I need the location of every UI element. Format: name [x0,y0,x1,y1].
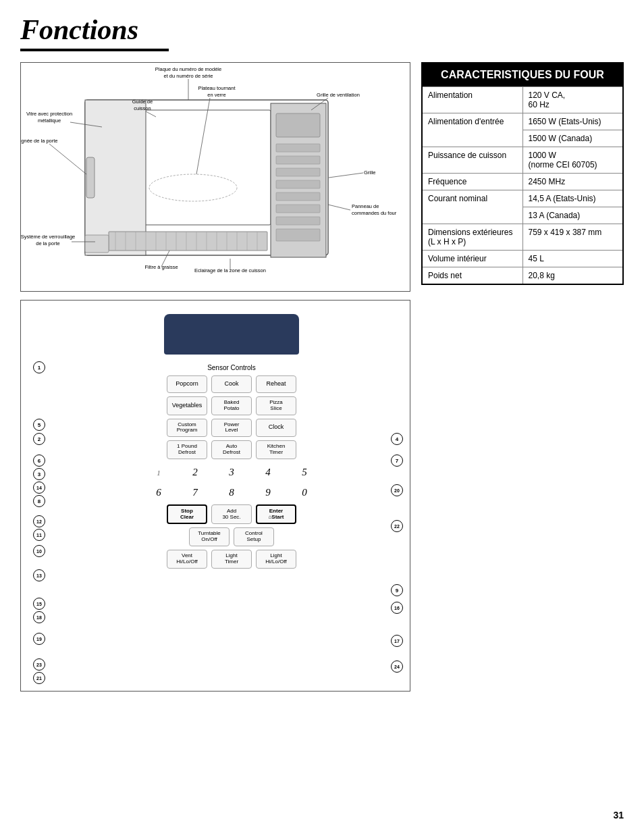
microwave-diagram: Plaque du numéro de modèle et du numéro … [21,63,399,279]
circle-10: 10 [33,545,45,557]
spec-value: 13 A (Canada) [522,207,623,224]
specs-section: CARACTERISTIQUES DU FOUR Alimentation 12… [421,62,624,692]
svg-text:et du numéro de série: et du numéro de série [164,73,213,79]
circle-23: 23 [33,658,45,671]
control-setup-button[interactable]: ControlSetup [234,527,274,546]
vegetables-button[interactable]: Vegetables [167,396,207,415]
stop-clear-button[interactable]: StopClear [167,504,207,525]
num-row-2: 6 7 8 9 0 [140,483,323,503]
light-hilooff-button[interactable]: LightHi/Lo/Off [256,550,296,569]
spec-label: Courant nominal [422,190,522,224]
spec-value: 2450 MHz [522,174,623,190]
custom-program-button[interactable]: CustomProgram [167,419,207,438]
spec-label: Puissance de cuisson [422,147,522,174]
light-timer-button[interactable]: LightTimer [211,550,252,569]
spec-value: 1000 W(norme CEI 60705) [522,147,623,174]
enter-start-button[interactable]: Enter⌂Start [256,504,296,525]
svg-text:Filtre à graisse: Filtre à graisse [144,264,178,270]
key-4[interactable]: 4 [250,463,286,483]
spec-label: Fréquence [422,174,522,190]
btn-row-4: 1 PoundDefrost AutoDefrost KitchenTimer [61,440,402,459]
title-underline [20,49,169,51]
svg-line-48 [196,98,210,174]
number-pad: 1 2 3 4 5 6 7 8 9 0 [61,463,402,503]
svg-text:Grille de ventilation: Grille de ventilation [317,92,360,98]
clock-button[interactable]: Clock [256,419,296,438]
svg-rect-17 [276,168,320,176]
circle-16: 16 [391,602,403,614]
spec-label: Poids net [422,267,522,285]
spec-label: Dimensions extérieures (L x H x P) [422,224,522,251]
key-3[interactable]: 3 [213,463,250,483]
key-0[interactable]: 0 [286,483,323,503]
spec-value: 759 x 419 x 387 mm [522,224,623,251]
specs-header: CARACTERISTIQUES DU FOUR [422,63,623,87]
btn-row-vent: VentHi/Lo/Off LightTimer LightHi/Lo/Off [61,550,402,569]
svg-rect-21 [276,217,320,225]
svg-text:Système de verrouillage: Système de verrouillage [21,234,75,240]
key-1[interactable]: 1 [140,463,177,483]
one-pound-defrost-button[interactable]: 1 PoundDefrost [167,440,207,459]
svg-rect-18 [276,180,320,188]
cook-button[interactable]: Cook [211,375,252,393]
vent-hilooff-button[interactable]: VentHi/Lo/Off [167,550,207,569]
table-row: Puissance de cuisson 1000 W(norme CEI 60… [422,147,623,174]
circle-3: 3 [33,468,45,480]
key-6[interactable]: 6 [140,483,177,503]
circle-9: 9 [391,584,403,596]
svg-rect-39 [85,235,109,253]
key-8[interactable]: 8 [213,483,250,503]
svg-text:Guide de: Guide de [132,99,153,105]
svg-text:Plaque du numéro de modèle: Plaque du numéro de modèle [155,66,221,72]
svg-rect-20 [276,205,320,213]
btn-row-1: Popcorn Cook Reheat [61,375,402,393]
control-panel-box: 1 5 2 6 3 14 8 12 11 10 13 15 18 [20,300,410,692]
popcorn-button[interactable]: Popcorn [167,375,207,393]
svg-text:Plateau tournant: Plateau tournant [198,85,236,91]
svg-text:de la porte: de la porte [36,240,59,246]
key-5[interactable]: 5 [286,463,323,483]
svg-rect-19 [276,192,320,201]
svg-text:Poignée de la porte: Poignée de la porte [21,138,58,144]
table-row: Poids net 20,8 kg [422,267,623,285]
key-9[interactable]: 9 [250,483,286,503]
svg-line-55 [146,111,156,117]
circle-1: 1 [33,361,45,373]
circle-12: 12 [33,515,45,527]
reheat-button[interactable]: Reheat [256,375,296,393]
spec-label: Alimentation [422,87,522,113]
table-row: Dimensions extérieures (L x H x P) 759 x… [422,224,623,251]
pizza-slice-button[interactable]: PizzaSlice [256,396,296,415]
btn-row-3: CustomProgram PowerLevel Clock [61,419,402,438]
kitchen-timer-button[interactable]: KitchenTimer [256,440,296,459]
circle-14: 14 [33,481,45,494]
spec-value: 45 L [522,251,623,267]
svg-rect-23 [109,232,267,251]
svg-text:Vitre avec protection: Vitre avec protection [26,111,72,117]
table-row: Alimentation d'entrée 1650 W (Etats-Unis… [422,113,623,130]
key-7[interactable]: 7 [177,483,213,503]
control-panel-inner: Sensor Controls Popcorn Cook Reheat Vege… [61,314,402,569]
spec-value: 14,5 A (Etats-Unis) [522,190,623,207]
spec-value: 120 V CA,60 Hz [522,87,623,113]
svg-point-12 [149,174,237,201]
spec-label: Alimentation d'entrée [422,113,522,147]
btn-row-bottom: StopClear Add30 Sec. Enter⌂Start [61,504,402,525]
svg-text:Grille: Grille [364,170,376,176]
circle-11: 11 [33,529,45,541]
svg-line-60 [328,205,350,210]
circle-8: 8 [33,495,45,507]
baked-potato-button[interactable]: BakedPotato [211,396,252,415]
turntable-onoff-button[interactable]: TurntableOn/Off [189,527,230,546]
key-2[interactable]: 2 [177,463,213,483]
auto-defrost-button[interactable]: AutoDefrost [211,440,252,459]
svg-text:cuisson: cuisson [134,105,151,111]
svg-text:commandes du four: commandes du four [352,210,397,216]
circle-21: 21 [33,672,45,684]
circle-5: 5 [33,419,45,431]
power-level-button[interactable]: PowerLevel [211,419,252,438]
page-number: 31 [613,810,624,820]
btn-row-2: Vegetables BakedPotato PizzaSlice [61,396,402,415]
circle-2: 2 [33,433,45,445]
add-30sec-button[interactable]: Add30 Sec. [211,504,252,525]
